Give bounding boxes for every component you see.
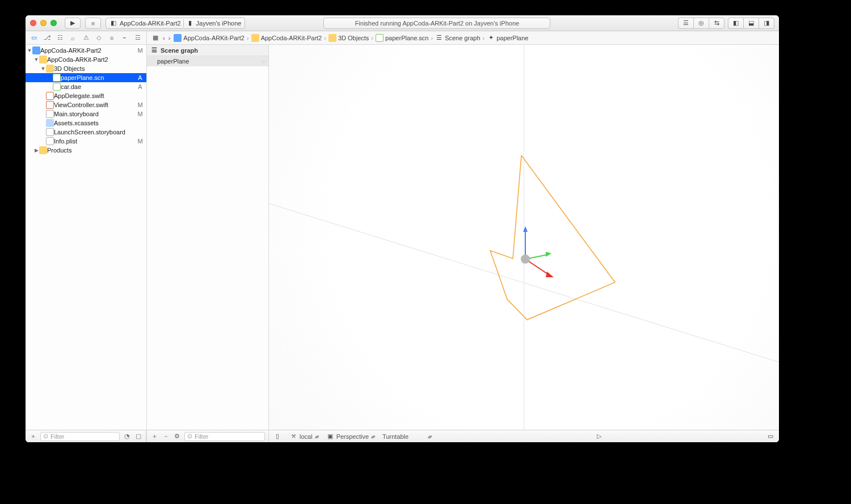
tree-file-row[interactable]: car.dae A (26, 82, 146, 91)
disclosure-triangle-icon[interactable]: ▶ (33, 147, 39, 153)
breadcrumb-label: paperPlane.scn (385, 35, 428, 41)
interaction-selector[interactable]: Turntable ▴▾ (382, 433, 431, 440)
file-name: Info.plist (54, 138, 136, 145)
symbol-navigator-tab[interactable]: ☷ (54, 31, 67, 45)
chevron-right-icon: › (483, 35, 485, 41)
disclosure-triangle-icon[interactable]: ▼ (33, 57, 39, 62)
breadcrumb-item[interactable]: ☰Scene graph (434, 34, 481, 42)
related-items-button[interactable]: ▦ (150, 34, 161, 42)
tree-file-row[interactable]: Assets.xcassets (26, 118, 146, 128)
add-button[interactable]: ＋ (150, 433, 158, 441)
toggle-utilities-button[interactable]: ◨ (759, 18, 774, 29)
tree-file-row[interactable]: AppDelegate.swift (26, 91, 146, 100)
source-control-navigator-tab[interactable]: ⎇ (41, 31, 54, 45)
navigator-filter[interactable]: ⊙ Filter (40, 432, 120, 441)
disclosure-triangle-icon[interactable]: ▼ (40, 66, 46, 71)
report-navigator-tab[interactable]: ☲ (131, 31, 144, 45)
folder-icon (328, 34, 336, 42)
tree-project-row[interactable]: ▼ AppCoda-ARKit-Part2 M (26, 46, 146, 55)
tree-file-row[interactable]: Main.storyboard M (26, 109, 146, 118)
scene-filter[interactable]: ⊙ Filter (184, 432, 265, 441)
camera-icon: ▣ (326, 433, 334, 441)
status-text: Finished running AppCoda-ARKit-Part2 on … (355, 20, 520, 27)
visibility-icon[interactable]: ○ (262, 58, 265, 65)
tree-file-row[interactable]: ViewController.swift M (26, 100, 146, 109)
tree-file-row[interactable]: Info.plist M (26, 137, 146, 146)
scene-viewport[interactable]: ▯ ⤧ local ▴▾ ▣ Perspective ▴▾ Turntable … (269, 45, 779, 442)
coord-space-selector[interactable]: ⤧ local ▴▾ (289, 433, 318, 441)
breadcrumb-item[interactable]: paperPlane.scn (374, 34, 429, 42)
folder-icon (251, 34, 259, 42)
scm-status: A (136, 74, 144, 81)
plist-file-icon (46, 137, 54, 145)
bottom-panel-icon: ⬓ (747, 19, 755, 27)
minimize-window-button[interactable] (40, 20, 47, 26)
axis-gizmo[interactable] (514, 225, 559, 282)
tree-folder-row[interactable]: ▶ Products (26, 146, 146, 155)
interaction-label: Turntable (382, 433, 408, 440)
test-navigator-tab[interactable]: ◇ (92, 31, 106, 45)
tree-folder-row[interactable]: ▼ 3D Objects (26, 64, 146, 73)
breadcrumb-label: paperPlane (496, 35, 528, 41)
scm-status: M (136, 101, 144, 108)
add-button[interactable]: ＋ (29, 433, 37, 441)
scene-graph-icon: ☰ (435, 34, 443, 42)
close-window-button[interactable] (30, 20, 36, 26)
assets-file-icon (46, 119, 54, 127)
breadcrumb-item[interactable]: ✦paperPlane (486, 34, 529, 42)
project-name: AppCoda-ARKit-Part2 (40, 47, 136, 54)
editor-version-button[interactable]: ⇆ (709, 18, 724, 29)
tree-file-row[interactable]: LaunchScreen.storyboard (26, 128, 146, 137)
breadcrumb-label: Scene graph (445, 35, 480, 41)
toggle-debug-button[interactable]: ⬓ (743, 18, 759, 29)
filter-placeholder: Filter (50, 433, 64, 440)
tree-folder-row[interactable]: ▼ AppCoda-ARKit-Part2 (26, 55, 146, 64)
toggle-navigator-button[interactable]: ◧ (728, 18, 743, 29)
editor-assistant-button[interactable]: ◎ (693, 18, 709, 29)
debug-navigator-tab[interactable]: ≡ (106, 31, 119, 45)
go-back-button[interactable]: ‹ (162, 35, 166, 41)
scene-graph-list[interactable]: paperPlane ○ (147, 56, 268, 430)
breakpoint-navigator-tab[interactable]: ⌁ (118, 31, 131, 45)
projection-label: Perspective (336, 433, 369, 440)
run-button[interactable]: ▶ (65, 18, 81, 29)
editor-standard-button[interactable]: ☰ (678, 18, 693, 29)
project-navigator-tab[interactable]: ▭ (28, 31, 41, 45)
play-preview-button[interactable]: ▷ (595, 433, 603, 441)
chevron-right-icon: › (371, 35, 373, 41)
remove-button[interactable]: － (162, 433, 170, 441)
file-name: paperPlane.scn (61, 74, 136, 81)
breadcrumb-item[interactable]: AppCoda-ARKit-Part2 (250, 34, 323, 42)
stop-button[interactable]: ■ (85, 18, 101, 29)
expand-button[interactable]: ▭ (766, 433, 774, 441)
tree-file-row[interactable]: paperPlane.scn A (26, 73, 146, 82)
gear-button[interactable]: ⚙ (173, 433, 181, 441)
issue-navigator-tab[interactable]: ⚠ (79, 31, 92, 45)
zoom-window-button[interactable] (50, 20, 57, 26)
scm-filter-button[interactable]: ▢ (134, 433, 142, 441)
axis-icon: ⤧ (289, 433, 297, 441)
project-icon (174, 34, 182, 42)
arrows-icon: ⇆ (713, 19, 721, 27)
jump-bar: ▦ ‹ › AppCoda-ARKit-Part2 › AppCoda-ARKi… (147, 31, 779, 44)
circles-icon: ◎ (697, 19, 705, 27)
project-tree[interactable]: ▼ AppCoda-ARKit-Part2 M ▼ AppCoda-ARKit-… (26, 45, 146, 430)
find-navigator-tab[interactable]: ⌕ (66, 31, 79, 45)
storyboard-file-icon (46, 128, 54, 136)
breadcrumb-item[interactable]: 3D Objects (327, 34, 370, 42)
file-name: LaunchScreen.storyboard (54, 129, 136, 135)
go-forward-button[interactable]: › (167, 35, 172, 41)
breadcrumb-item[interactable]: AppCoda-ARKit-Part2 (172, 34, 246, 42)
toolbar: ▶ ■ ◧ AppCoda-ARKit-Part2 ▮ Jayven's iPh… (26, 15, 779, 31)
projection-selector[interactable]: ▣ Perspective ▴▾ (326, 433, 374, 441)
device-name: Jayven's iPhone (196, 20, 242, 27)
project-navigator: ▼ AppCoda-ARKit-Part2 M ▼ AppCoda-ARKit-… (26, 45, 147, 442)
scheme-selector[interactable]: ◧ AppCoda-ARKit-Part2 ▮ Jayven's iPhone (106, 18, 245, 29)
chevron-left-icon: ‹ (163, 35, 165, 41)
outline-toggle-button[interactable]: ▯ (273, 433, 281, 441)
file-name: Assets.xcassets (54, 120, 136, 126)
scene-graph-item[interactable]: paperPlane ○ (147, 56, 268, 66)
recent-filter-button[interactable]: ◔ (123, 433, 131, 441)
svg-point-8 (521, 255, 530, 264)
disclosure-triangle-icon[interactable]: ▼ (27, 48, 32, 53)
